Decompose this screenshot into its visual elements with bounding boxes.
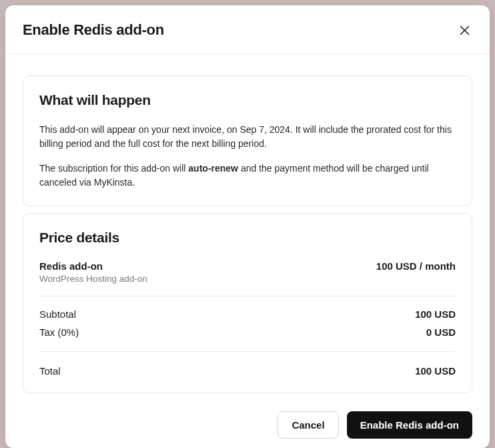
tax-value: 0 USD	[426, 326, 456, 338]
price-item-value: 100 USD / month	[376, 260, 456, 272]
price-item-subtitle: WordPress Hosting add-on	[39, 274, 147, 284]
price-item: Redis add-on WordPress Hosting add-on 10…	[39, 260, 456, 296]
info-description-2: The subscription for this add-on will au…	[39, 162, 456, 190]
info-card: What will happen This add-on will appear…	[23, 75, 472, 206]
modal-body: What will happen This add-on will appear…	[5, 54, 490, 406]
price-item-left: Redis add-on WordPress Hosting add-on	[39, 260, 147, 284]
modal-header: Enable Redis add-on	[5, 5, 490, 54]
tax-row: Tax (0%) 0 USD	[39, 326, 456, 338]
modal-footer: Cancel Enable Redis add-on	[5, 406, 490, 448]
close-button[interactable]	[457, 23, 472, 38]
subscription-text-bold: auto-renew	[188, 163, 238, 174]
subtotal-row: Subtotal 100 USD	[39, 308, 456, 320]
subscription-text-pre: The subscription for this add-on will	[39, 163, 188, 174]
total-value: 100 USD	[415, 365, 456, 377]
price-breakdown: Subtotal 100 USD Tax (0%) 0 USD	[39, 308, 456, 352]
subtotal-label: Subtotal	[39, 308, 76, 320]
price-card: Price details Redis add-on WordPress Hos…	[23, 213, 472, 393]
total-row: Total 100 USD	[39, 365, 456, 377]
modal-dialog: Enable Redis add-on What will happen Thi…	[5, 5, 490, 448]
price-item-name: Redis add-on	[39, 260, 147, 272]
info-description-1: This add-on will appear on your next inv…	[39, 123, 456, 151]
close-icon	[460, 25, 470, 35]
info-card-title: What will happen	[39, 92, 456, 108]
confirm-button[interactable]: Enable Redis add-on	[347, 411, 472, 439]
subtotal-value: 100 USD	[415, 308, 456, 320]
price-card-title: Price details	[39, 230, 456, 246]
total-label: Total	[39, 365, 61, 377]
cancel-button[interactable]: Cancel	[278, 411, 338, 439]
modal-title: Enable Redis add-on	[23, 21, 164, 39]
tax-label: Tax (0%)	[39, 326, 79, 338]
